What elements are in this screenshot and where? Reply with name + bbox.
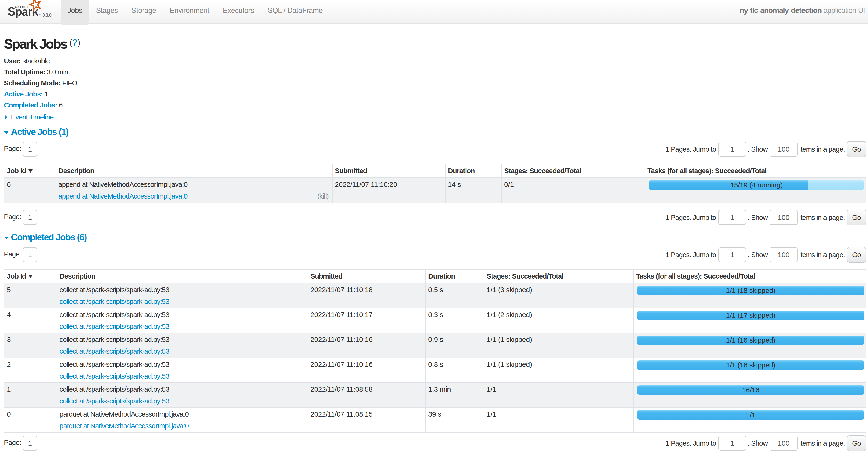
svg-text:TM: TM <box>39 13 41 16</box>
